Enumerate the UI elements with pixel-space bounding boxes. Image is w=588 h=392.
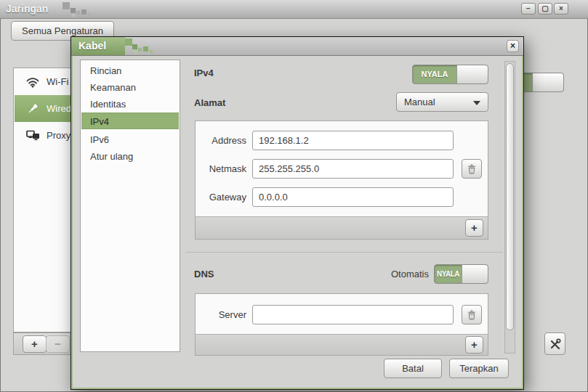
- tools-icon: [549, 338, 562, 351]
- proxy-icon: [24, 130, 41, 142]
- ipv4-heading: IPv4: [194, 68, 214, 78]
- address-group: Address Netmask Gateway: [195, 121, 488, 240]
- address-input[interactable]: [252, 131, 454, 150]
- close-icon: ×: [559, 4, 563, 12]
- server-label: Server: [200, 309, 246, 320]
- sidebar-item-label: Proxy: [47, 130, 71, 141]
- wired-settings-dialog: Kabel × Rincian Keamanan Identitas IPv4 …: [71, 36, 524, 390]
- nav-item-atur-ulang[interactable]: Atur ulang: [81, 148, 179, 165]
- nav-item-ipv4[interactable]: IPv4: [81, 113, 179, 129]
- dialog-title: Kabel: [78, 40, 106, 52]
- dns-auto-label: Otomatis: [333, 269, 429, 279]
- scrollbar-thumb[interactable]: [506, 63, 514, 330]
- delete-server-button[interactable]: [462, 305, 482, 324]
- toggle-handle: [532, 73, 563, 91]
- minimize-button[interactable]: −: [521, 3, 536, 15]
- maximize-button[interactable]: ▢: [538, 3, 552, 15]
- ipv4-toggle[interactable]: NYALA: [412, 65, 488, 84]
- netmask-input[interactable]: [252, 159, 454, 179]
- dns-group: Server +: [195, 293, 488, 356]
- add-address-button[interactable]: +: [465, 219, 483, 237]
- dropdown-value: Manual: [404, 97, 435, 107]
- network-settings-window: Jaringan − ▢ × Semua Pengaturan W: [0, 0, 588, 392]
- remove-connection-button[interactable]: −: [46, 335, 70, 353]
- chevron-down-icon: [473, 101, 480, 105]
- nav-item-rincian[interactable]: Rincian: [81, 62, 179, 79]
- dns-group-footer: +: [196, 334, 488, 355]
- minimize-icon: −: [526, 4, 531, 12]
- toggle-on-label: NYALA: [413, 65, 456, 83]
- address-label: Address: [200, 135, 246, 146]
- dialog-close-icon: ×: [510, 41, 515, 51]
- toggle-on-label: NYALA: [435, 265, 462, 283]
- gateway-label: Gateway: [200, 192, 246, 203]
- maximize-icon: ▢: [541, 4, 548, 12]
- toggle-handle: [456, 65, 488, 83]
- apply-button[interactable]: Terapkan: [449, 359, 509, 378]
- delete-address-button[interactable]: [462, 159, 482, 179]
- gateway-input[interactable]: [252, 187, 454, 207]
- nav-item-keamanan[interactable]: Keamanan: [81, 79, 179, 96]
- trash-icon: [466, 309, 478, 321]
- dialog-scrollbar[interactable]: [504, 61, 515, 354]
- dns-heading: DNS: [194, 269, 214, 279]
- window-titlebar[interactable]: Jaringan − ▢ ×: [0, 0, 588, 19]
- netmask-label: Netmask: [200, 163, 246, 174]
- add-connection-button[interactable]: +: [23, 335, 47, 353]
- toggle-handle: [462, 265, 488, 283]
- add-server-button[interactable]: +: [465, 336, 483, 354]
- sidebar-item-label: Wi-Fi: [47, 76, 68, 87]
- wired-icon: [24, 102, 41, 115]
- server-input[interactable]: [252, 305, 454, 324]
- wifi-icon: [24, 76, 41, 88]
- dialog-titlebar[interactable]: Kabel ×: [71, 37, 523, 56]
- trash-icon: [466, 163, 478, 175]
- tools-button[interactable]: [544, 332, 565, 355]
- window-title: Jaringan: [6, 3, 48, 15]
- nav-item-identitas[interactable]: Identitas: [81, 96, 179, 113]
- sidebar-item-label: Wired: [47, 103, 71, 114]
- dialog-close-button[interactable]: ×: [507, 40, 519, 52]
- close-button[interactable]: ×: [554, 3, 568, 15]
- cancel-button[interactable]: Batal: [384, 359, 442, 378]
- dialog-nav: Rincian Keamanan Identitas IPv4 IPv6 Atu…: [80, 60, 180, 352]
- alamat-heading: Alamat: [194, 97, 225, 108]
- address-group-footer: +: [196, 216, 488, 239]
- section-separator: [186, 252, 503, 253]
- dns-auto-toggle[interactable]: NYALA: [434, 264, 488, 284]
- nav-item-ipv6[interactable]: IPv6: [81, 131, 179, 148]
- address-method-dropdown[interactable]: Manual: [396, 92, 488, 112]
